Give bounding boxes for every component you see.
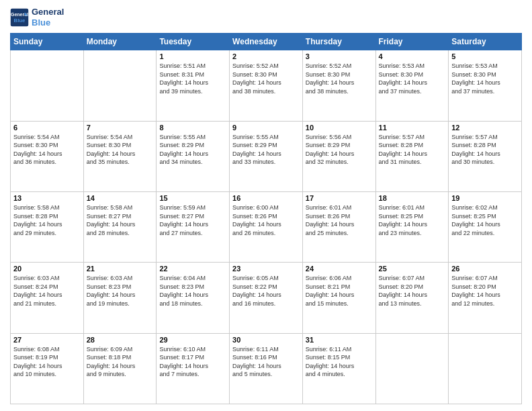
logo-icon: General Blue — [10, 8, 29, 27]
cell-daylight-info: Sunrise: 5:52 AM Sunset: 8:30 PM Dayligh… — [232, 62, 300, 95]
cell-daylight-info: Sunrise: 6:11 AM Sunset: 8:15 PM Dayligh… — [306, 345, 373, 379]
cell-daylight-info: Sunrise: 5:51 AM Sunset: 8:31 PM Dayligh… — [159, 62, 226, 95]
calendar-cell: 28Sunrise: 6:09 AM Sunset: 8:18 PM Dayli… — [83, 333, 157, 404]
day-number: 4 — [379, 52, 446, 60]
day-number: 23 — [232, 265, 300, 273]
weekday-header: Saturday — [449, 34, 522, 50]
cell-daylight-info: Sunrise: 5:54 AM Sunset: 8:30 PM Dayligh… — [13, 133, 81, 167]
day-number: 25 — [379, 265, 446, 273]
calendar-cell: 9Sunrise: 5:55 AM Sunset: 8:29 PM Daylig… — [230, 121, 303, 191]
calendar-cell: 4Sunrise: 5:53 AM Sunset: 8:30 PM Daylig… — [375, 50, 449, 121]
calendar-cell: 18Sunrise: 6:01 AM Sunset: 8:25 PM Dayli… — [375, 191, 449, 262]
day-number: 29 — [159, 336, 226, 344]
calendar-cell: 16Sunrise: 6:00 AM Sunset: 8:26 PM Dayli… — [230, 191, 303, 262]
calendar-cell: 23Sunrise: 6:05 AM Sunset: 8:22 PM Dayli… — [230, 263, 303, 333]
calendar-week-row: 27Sunrise: 6:08 AM Sunset: 8:19 PM Dayli… — [11, 333, 522, 404]
calendar-cell: 29Sunrise: 6:10 AM Sunset: 8:17 PM Dayli… — [157, 333, 230, 404]
day-number: 13 — [13, 194, 81, 202]
cell-daylight-info: Sunrise: 6:01 AM Sunset: 8:26 PM Dayligh… — [306, 203, 373, 237]
calendar-cell: 30Sunrise: 6:11 AM Sunset: 8:16 PM Dayli… — [230, 333, 303, 404]
day-number: 1 — [159, 52, 226, 60]
day-number: 14 — [87, 194, 154, 202]
day-number: 22 — [159, 265, 226, 273]
cell-daylight-info: Sunrise: 6:11 AM Sunset: 8:16 PM Dayligh… — [232, 345, 300, 379]
cell-daylight-info: Sunrise: 6:00 AM Sunset: 8:26 PM Dayligh… — [232, 203, 300, 237]
day-number: 21 — [87, 265, 154, 273]
calendar-cell: 6Sunrise: 5:54 AM Sunset: 8:30 PM Daylig… — [11, 121, 84, 191]
calendar-cell — [11, 50, 84, 121]
calendar-cell: 21Sunrise: 6:03 AM Sunset: 8:23 PM Dayli… — [83, 263, 157, 333]
svg-text:Blue: Blue — [14, 17, 26, 24]
logo-text-blue: Blue — [32, 17, 64, 28]
calendar-week-row: 13Sunrise: 5:58 AM Sunset: 8:28 PM Dayli… — [11, 191, 522, 262]
cell-daylight-info: Sunrise: 5:59 AM Sunset: 8:27 PM Dayligh… — [159, 203, 226, 237]
cell-daylight-info: Sunrise: 6:08 AM Sunset: 8:19 PM Dayligh… — [13, 345, 81, 379]
page: General Blue General Blue SundayMondayTu… — [0, 0, 532, 411]
weekday-header: Friday — [375, 34, 449, 50]
calendar-cell: 7Sunrise: 5:54 AM Sunset: 8:30 PM Daylig… — [83, 121, 157, 191]
calendar-cell: 15Sunrise: 5:59 AM Sunset: 8:27 PM Dayli… — [157, 191, 230, 262]
calendar-cell: 17Sunrise: 6:01 AM Sunset: 8:26 PM Dayli… — [302, 191, 375, 262]
cell-daylight-info: Sunrise: 6:05 AM Sunset: 8:22 PM Dayligh… — [232, 274, 300, 308]
day-number: 9 — [232, 124, 300, 132]
calendar-cell — [83, 50, 157, 121]
calendar-cell: 8Sunrise: 5:55 AM Sunset: 8:29 PM Daylig… — [157, 121, 230, 191]
calendar-cell: 19Sunrise: 6:02 AM Sunset: 8:25 PM Dayli… — [449, 191, 522, 262]
day-number: 3 — [306, 52, 373, 60]
cell-daylight-info: Sunrise: 5:55 AM Sunset: 8:29 PM Dayligh… — [159, 133, 226, 167]
calendar-cell: 20Sunrise: 6:03 AM Sunset: 8:24 PM Dayli… — [11, 263, 84, 333]
calendar-cell: 12Sunrise: 5:57 AM Sunset: 8:28 PM Dayli… — [449, 121, 522, 191]
day-number: 2 — [232, 52, 300, 60]
calendar-cell: 14Sunrise: 5:58 AM Sunset: 8:27 PM Dayli… — [83, 191, 157, 262]
calendar-cell: 26Sunrise: 6:07 AM Sunset: 8:20 PM Dayli… — [449, 263, 522, 333]
day-number: 18 — [379, 194, 446, 202]
weekday-header: Thursday — [302, 34, 375, 50]
cell-daylight-info: Sunrise: 5:58 AM Sunset: 8:28 PM Dayligh… — [13, 203, 81, 237]
calendar-header-row: SundayMondayTuesdayWednesdayThursdayFrid… — [11, 34, 522, 50]
cell-daylight-info: Sunrise: 5:55 AM Sunset: 8:29 PM Dayligh… — [232, 133, 300, 167]
cell-daylight-info: Sunrise: 6:02 AM Sunset: 8:25 PM Dayligh… — [451, 203, 519, 237]
day-number: 7 — [87, 124, 154, 132]
cell-daylight-info: Sunrise: 5:57 AM Sunset: 8:28 PM Dayligh… — [451, 133, 519, 167]
day-number: 16 — [232, 194, 300, 202]
weekday-header: Wednesday — [230, 34, 303, 50]
calendar-cell: 5Sunrise: 5:53 AM Sunset: 8:30 PM Daylig… — [449, 50, 522, 121]
cell-daylight-info: Sunrise: 6:07 AM Sunset: 8:20 PM Dayligh… — [379, 274, 446, 308]
calendar-cell: 2Sunrise: 5:52 AM Sunset: 8:30 PM Daylig… — [230, 50, 303, 121]
calendar-cell: 22Sunrise: 6:04 AM Sunset: 8:23 PM Dayli… — [157, 263, 230, 333]
calendar-cell: 13Sunrise: 5:58 AM Sunset: 8:28 PM Dayli… — [11, 191, 84, 262]
cell-daylight-info: Sunrise: 5:56 AM Sunset: 8:29 PM Dayligh… — [306, 133, 373, 167]
logo: General Blue General Blue — [10, 7, 64, 28]
day-number: 20 — [13, 265, 81, 273]
day-number: 12 — [451, 124, 519, 132]
calendar-cell: 27Sunrise: 6:08 AM Sunset: 8:19 PM Dayli… — [11, 333, 84, 404]
cell-daylight-info: Sunrise: 5:58 AM Sunset: 8:27 PM Dayligh… — [87, 203, 154, 237]
day-number: 28 — [87, 336, 154, 344]
calendar-cell: 25Sunrise: 6:07 AM Sunset: 8:20 PM Dayli… — [375, 263, 449, 333]
cell-daylight-info: Sunrise: 6:06 AM Sunset: 8:21 PM Dayligh… — [306, 274, 373, 308]
cell-daylight-info: Sunrise: 5:54 AM Sunset: 8:30 PM Dayligh… — [87, 133, 154, 167]
calendar-cell: 31Sunrise: 6:11 AM Sunset: 8:15 PM Dayli… — [302, 333, 375, 404]
calendar-week-row: 6Sunrise: 5:54 AM Sunset: 8:30 PM Daylig… — [11, 121, 522, 191]
cell-daylight-info: Sunrise: 6:10 AM Sunset: 8:17 PM Dayligh… — [159, 345, 226, 379]
calendar-cell — [375, 333, 449, 404]
cell-daylight-info: Sunrise: 6:09 AM Sunset: 8:18 PM Dayligh… — [87, 345, 154, 379]
weekday-header: Sunday — [11, 34, 84, 50]
calendar-cell — [449, 333, 522, 404]
cell-daylight-info: Sunrise: 5:57 AM Sunset: 8:28 PM Dayligh… — [379, 133, 446, 167]
calendar-cell: 11Sunrise: 5:57 AM Sunset: 8:28 PM Dayli… — [375, 121, 449, 191]
cell-daylight-info: Sunrise: 5:52 AM Sunset: 8:30 PM Dayligh… — [306, 62, 373, 95]
cell-daylight-info: Sunrise: 6:03 AM Sunset: 8:23 PM Dayligh… — [87, 274, 154, 308]
day-number: 26 — [451, 265, 519, 273]
day-number: 15 — [159, 194, 226, 202]
calendar-cell: 3Sunrise: 5:52 AM Sunset: 8:30 PM Daylig… — [302, 50, 375, 121]
day-number: 17 — [306, 194, 373, 202]
calendar-table: SundayMondayTuesdayWednesdayThursdayFrid… — [10, 33, 522, 404]
header: General Blue General Blue — [10, 7, 522, 28]
day-number: 10 — [306, 124, 373, 132]
logo-text-general: General — [32, 7, 64, 17]
calendar-week-row: 20Sunrise: 6:03 AM Sunset: 8:24 PM Dayli… — [11, 263, 522, 333]
day-number: 8 — [159, 124, 226, 132]
day-number: 27 — [13, 336, 81, 344]
day-number: 31 — [306, 336, 373, 344]
